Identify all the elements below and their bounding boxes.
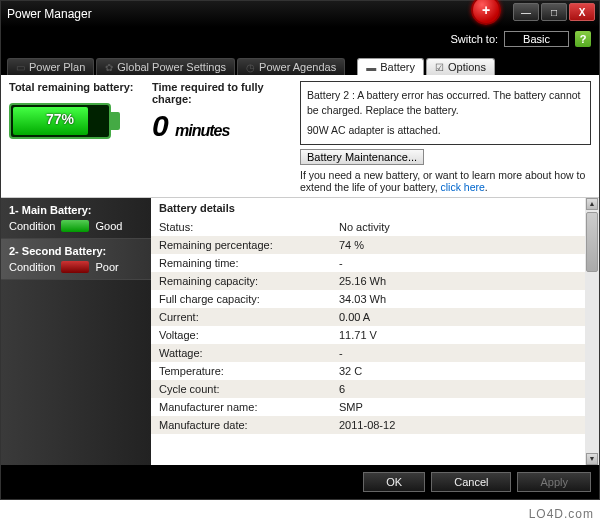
content: Total remaining battery: 77% Time requir… bbox=[1, 75, 599, 465]
info-line: If you need a new battery, or want to le… bbox=[300, 169, 591, 193]
help-icon[interactable]: ? bbox=[575, 31, 591, 47]
error-line1: Battery 2 : A battery error has occurred… bbox=[307, 88, 584, 117]
remaining-box: Total remaining battery: 77% bbox=[9, 81, 144, 193]
detail-value: No activity bbox=[339, 221, 591, 233]
click-here-link[interactable]: click here bbox=[440, 181, 484, 193]
sidebar-item-main-battery[interactable]: 1- Main Battery: ConditionGood bbox=[1, 198, 151, 239]
detail-key: Full charge capacity: bbox=[159, 293, 339, 305]
maximize-button[interactable]: □ bbox=[541, 3, 567, 21]
detail-row: Cycle count:6 bbox=[151, 380, 599, 398]
time-value: 0 minutes bbox=[152, 109, 292, 143]
battery-alert-icon: + bbox=[471, 0, 501, 25]
detail-key: Remaining percentage: bbox=[159, 239, 339, 251]
details-header: Battery details bbox=[151, 198, 599, 218]
detail-value: 2011-08-12 bbox=[339, 419, 591, 431]
footer: OK Cancel Apply bbox=[1, 465, 599, 499]
detail-key: Manufacturer name: bbox=[159, 401, 339, 413]
doc-icon: ▭ bbox=[16, 62, 25, 73]
clock-icon: ◷ bbox=[246, 62, 255, 73]
sidebar-item-second-battery[interactable]: 2- Second Battery: ConditionPoor bbox=[1, 239, 151, 280]
detail-row: Manufacturer name:SMP bbox=[151, 398, 599, 416]
error-line2: 90W AC adapter is attached. bbox=[307, 123, 584, 138]
lower-row: 1- Main Battery: ConditionGood 2- Second… bbox=[1, 198, 599, 465]
battery-sidebar: 1- Main Battery: ConditionGood 2- Second… bbox=[1, 198, 151, 465]
titlebar: Power Manager + — □ X bbox=[1, 1, 599, 27]
window-controls: — □ X bbox=[513, 3, 595, 21]
check-icon: ☑ bbox=[435, 62, 444, 73]
tabs-row: ▭Power Plan ✿Global Power Settings ◷Powe… bbox=[1, 51, 599, 75]
detail-key: Manufacture date: bbox=[159, 419, 339, 431]
error-frame: Battery 2 : A battery error has occurred… bbox=[300, 81, 591, 145]
scroll-up-icon[interactable]: ▲ bbox=[586, 198, 598, 210]
detail-row: Full charge capacity:34.03 Wh bbox=[151, 290, 599, 308]
detail-key: Voltage: bbox=[159, 329, 339, 341]
minimize-button[interactable]: — bbox=[513, 3, 539, 21]
battery-icon: ▬ bbox=[366, 62, 376, 73]
battery-graphic: 77% bbox=[9, 99, 124, 143]
detail-key: Temperature: bbox=[159, 365, 339, 377]
detail-row: Remaining time:- bbox=[151, 254, 599, 272]
switch-basic-button[interactable]: Basic bbox=[504, 31, 569, 47]
time-box: Time required to fully charge: 0 minutes bbox=[152, 81, 292, 193]
window-title: Power Manager bbox=[7, 7, 92, 21]
tab-battery[interactable]: ▬Battery bbox=[357, 58, 424, 75]
app-window: Power Manager + — □ X Switch to: Basic ?… bbox=[0, 0, 600, 500]
detail-row: Manufacture date:2011-08-12 bbox=[151, 416, 599, 434]
scroll-thumb[interactable] bbox=[586, 212, 598, 272]
detail-row: Voltage:11.71 V bbox=[151, 326, 599, 344]
detail-value: 0.00 A bbox=[339, 311, 591, 323]
detail-value: - bbox=[339, 257, 591, 269]
detail-value: 11.71 V bbox=[339, 329, 591, 341]
summary-row: Total remaining battery: 77% Time requir… bbox=[1, 75, 599, 198]
detail-key: Current: bbox=[159, 311, 339, 323]
detail-value: SMP bbox=[339, 401, 591, 413]
detail-key: Remaining capacity: bbox=[159, 275, 339, 287]
detail-value: 32 C bbox=[339, 365, 591, 377]
battery-maintenance-button[interactable]: Battery Maintenance... bbox=[300, 149, 424, 165]
cancel-button[interactable]: Cancel bbox=[431, 472, 511, 492]
tab-power-agendas[interactable]: ◷Power Agendas bbox=[237, 58, 345, 75]
detail-value: 25.16 Wh bbox=[339, 275, 591, 287]
error-box: Battery 2 : A battery error has occurred… bbox=[300, 81, 591, 193]
detail-value: 6 bbox=[339, 383, 591, 395]
detail-row: Remaining percentage:74 % bbox=[151, 236, 599, 254]
detail-key: Cycle count: bbox=[159, 383, 339, 395]
tab-global-power-settings[interactable]: ✿Global Power Settings bbox=[96, 58, 235, 75]
detail-value: 74 % bbox=[339, 239, 591, 251]
switch-row: Switch to: Basic ? bbox=[1, 27, 599, 51]
scroll-down-icon[interactable]: ▼ bbox=[586, 453, 598, 465]
gear-icon: ✿ bbox=[105, 62, 113, 73]
battery-details: Battery details Status:No activityRemain… bbox=[151, 198, 599, 465]
detail-value: - bbox=[339, 347, 591, 359]
battery-percent-text: 77% bbox=[9, 111, 111, 127]
detail-key: Wattage: bbox=[159, 347, 339, 359]
remaining-label: Total remaining battery: bbox=[9, 81, 144, 93]
tab-options[interactable]: ☑Options bbox=[426, 58, 495, 75]
watermark: LO4D.com bbox=[529, 507, 594, 521]
detail-value: 34.03 Wh bbox=[339, 293, 591, 305]
detail-row: Remaining capacity:25.16 Wh bbox=[151, 272, 599, 290]
status-badge-good bbox=[61, 220, 89, 232]
time-label: Time required to fully charge: bbox=[152, 81, 292, 105]
close-button[interactable]: X bbox=[569, 3, 595, 21]
switch-label: Switch to: bbox=[450, 33, 498, 45]
apply-button[interactable]: Apply bbox=[517, 472, 591, 492]
tab-power-plan[interactable]: ▭Power Plan bbox=[7, 58, 94, 75]
detail-key: Status: bbox=[159, 221, 339, 233]
detail-key: Remaining time: bbox=[159, 257, 339, 269]
status-badge-poor bbox=[61, 261, 89, 273]
ok-button[interactable]: OK bbox=[363, 472, 425, 492]
detail-row: Temperature:32 C bbox=[151, 362, 599, 380]
detail-row: Status:No activity bbox=[151, 218, 599, 236]
detail-row: Wattage:- bbox=[151, 344, 599, 362]
scrollbar[interactable]: ▲ ▼ bbox=[585, 198, 599, 465]
detail-row: Current:0.00 A bbox=[151, 308, 599, 326]
